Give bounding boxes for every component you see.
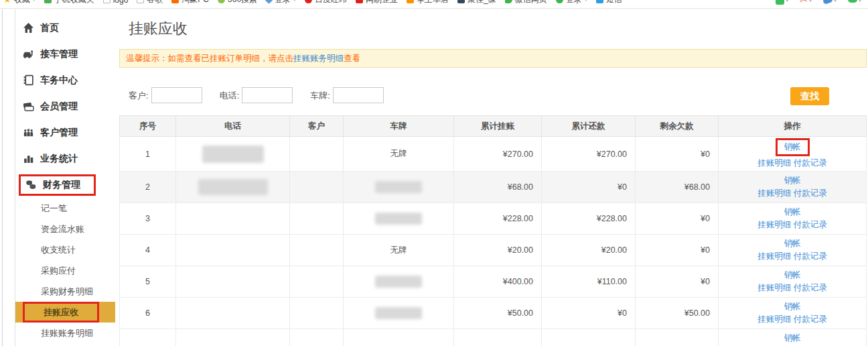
bookmark-label: 收藏 xyxy=(14,0,30,5)
notice-link[interactable]: 挂账账务明细 xyxy=(293,54,344,63)
bookmark-item[interactable]: 聚佳_缘 xyxy=(457,0,496,5)
extension-blue-icon[interactable]: ▾ xyxy=(823,0,837,3)
plate-cell xyxy=(344,203,454,235)
table-row: 销帐挂账明细 付款记录 xyxy=(120,329,867,346)
accrued-cell: ¥270.00 xyxy=(454,137,542,172)
notice-text: 温馨提示：如需查看已挂账订单明细，请点击 xyxy=(126,54,293,63)
phone-green-icon xyxy=(44,0,52,3)
payment-record-link[interactable]: 付款记录 xyxy=(794,283,827,292)
sidebar-item-vehicle-center[interactable]: 车务中心 xyxy=(15,67,115,93)
payment-record-link[interactable]: 付款记录 xyxy=(794,314,827,324)
writeoff-link[interactable]: 销帐 xyxy=(784,270,801,280)
table-row: 2¥68.00¥0¥68.00销帐挂账明细 付款记录 xyxy=(120,172,867,203)
submenu-item-purchase-payable[interactable]: 采购应付 xyxy=(15,260,115,281)
sidebar-item-finance-mgmt[interactable]: 财务管理 xyxy=(15,172,115,198)
filter-row: 客户: 电话: 车牌: xyxy=(129,87,867,103)
credit-detail-link[interactable]: 挂账明细 xyxy=(757,188,791,198)
bookmark-item[interactable]: 手机收藏夹 xyxy=(44,0,94,5)
extension-mask-icon[interactable]: ▾ xyxy=(848,0,861,3)
bookmark-item[interactable]: 掌上车店 xyxy=(407,0,449,5)
submenu-item-income-expense-stats[interactable]: 收支统计 xyxy=(15,239,115,260)
bookmark-item[interactable]: 短信 xyxy=(596,0,622,5)
actions-line1: 销帐 xyxy=(720,332,865,345)
customer-cell xyxy=(290,137,344,172)
sidebar-item-label: 客户管理 xyxy=(40,127,78,139)
sidebar-item-business-stats[interactable]: 业务统计 xyxy=(15,146,115,172)
writeoff-link[interactable]: 销帐 xyxy=(784,207,801,217)
bookmark-label: 登录 xyxy=(275,0,291,5)
chevron-down-icon: ▾ xyxy=(33,0,35,3)
square-orange-icon xyxy=(171,0,179,3)
repaid-cell: ¥110.00 xyxy=(542,266,636,298)
col-plate: 车牌 xyxy=(344,116,454,137)
actions-line1: 销帐 xyxy=(720,269,865,282)
credit-detail-link[interactable]: 挂账明细 xyxy=(757,283,791,292)
sidebar-item-home[interactable]: 首页 xyxy=(15,15,115,41)
bookmark-item[interactable]: logo xyxy=(103,0,129,5)
payment-record-link[interactable]: 付款记录 xyxy=(794,251,827,261)
bookmark-item[interactable]: 微信网页 xyxy=(505,0,547,5)
submenu-item-cash-flow[interactable]: 资金流水账 xyxy=(15,219,115,239)
square-orange2-icon xyxy=(407,0,414,3)
submenu-item-purchase-finance-detail[interactable]: 采购财务明细 xyxy=(15,281,115,302)
extension-scissors-icon[interactable]: ✂▾ xyxy=(800,0,812,5)
sidebar-item-member-mgmt[interactable]: 会员管理 xyxy=(15,93,115,119)
bookmark-item[interactable]: 谷歌 xyxy=(137,0,163,5)
sidebar-item-car-intake[interactable]: 接车管理 xyxy=(15,41,115,67)
search-button[interactable]: 查找 xyxy=(790,87,829,105)
extension-green-icon[interactable]: ▾ xyxy=(776,0,788,5)
credit-detail-link[interactable]: 挂账明细 xyxy=(757,158,791,168)
barchart-icon xyxy=(23,153,34,164)
customer-cell xyxy=(290,266,344,298)
phone-input[interactable] xyxy=(242,87,293,103)
credit-detail-link[interactable]: 挂账明细 xyxy=(757,220,791,229)
table-header-row: 序号 电话 客户 车牌 累计挂账 累计还款 剩余欠款 操作 xyxy=(120,116,867,137)
customer-cell xyxy=(290,235,344,266)
customer-input[interactable] xyxy=(151,87,202,103)
bookmark-item[interactable]: 百度经纬 xyxy=(305,0,347,5)
phone-cell xyxy=(176,266,290,298)
writeoff-link[interactable]: 销帐 xyxy=(784,239,801,248)
chevron-down-icon: ▾ xyxy=(293,0,296,3)
submenu-item-label: 挂账应收 xyxy=(44,307,78,317)
table-row: 3¥228.00¥228.00¥0销帐挂账明细 付款记录 xyxy=(120,203,867,235)
yi-red-icon xyxy=(356,0,363,3)
repaid-cell: ¥228.00 xyxy=(542,203,636,235)
payment-record-link[interactable]: 付款记录 xyxy=(794,158,827,168)
actions-line2: 挂账明细 付款记录 xyxy=(720,157,865,170)
submenu-item-credit-account-detail[interactable]: 挂账账务明细 xyxy=(15,323,115,343)
plate-input[interactable] xyxy=(333,87,384,103)
submenu-item-credit-receivable[interactable]: 挂账应收 xyxy=(15,302,115,323)
bookmark-item[interactable]: ★收藏▾ xyxy=(3,0,35,5)
submenu-item-label: 采购应付 xyxy=(41,266,76,276)
accrued-cell: ¥400.00 xyxy=(454,266,542,298)
repaid-cell: ¥0 xyxy=(542,298,636,329)
bookmark-item[interactable]: 网易企业 xyxy=(356,0,398,5)
actions-line1: 销帐 xyxy=(720,300,865,313)
writeoff-link[interactable]: 销帐 xyxy=(784,142,801,152)
seq-cell: 3 xyxy=(120,203,176,235)
repaid-cell: ¥20.00 xyxy=(542,235,636,266)
writeoff-link[interactable]: 销帐 xyxy=(784,176,801,185)
notebook-icon xyxy=(23,74,34,86)
credit-detail-link[interactable]: 挂账明细 xyxy=(757,251,791,261)
payment-record-link[interactable]: 付款记录 xyxy=(794,188,827,198)
payment-record-link[interactable]: 付款记录 xyxy=(794,220,827,229)
bookmark-item[interactable]: 登录▾ xyxy=(266,0,296,5)
col-accrued: 累计挂账 xyxy=(454,116,542,137)
main-content: 挂账应收 温馨提示：如需查看已挂账订单明细，请点击挂账账务明细查看 客户: 电话… xyxy=(119,9,867,346)
circle-red-icon xyxy=(305,0,312,3)
page-title: 挂账应收 xyxy=(129,19,867,39)
sidebar-item-customer-mgmt[interactable]: 客户管理 xyxy=(15,119,115,146)
bookmark-item[interactable]: 淘象PC xyxy=(171,0,209,5)
submenu-item-quick-entry[interactable]: 记一笔 xyxy=(15,198,115,219)
writeoff-link[interactable]: 销帐 xyxy=(784,302,801,311)
customer-cell xyxy=(290,203,344,235)
writeoff-link[interactable]: 销帐 xyxy=(784,333,801,343)
plate-cell xyxy=(344,298,454,329)
credit-detail-link[interactable]: 挂账明细 xyxy=(757,314,791,324)
filter-plate-label: 车牌: xyxy=(310,91,330,101)
bookmark-item[interactable]: 登录▾ xyxy=(556,0,587,5)
chevron-down-icon: ▾ xyxy=(786,0,788,3)
bookmark-item[interactable]: 360搜索 xyxy=(218,0,257,5)
